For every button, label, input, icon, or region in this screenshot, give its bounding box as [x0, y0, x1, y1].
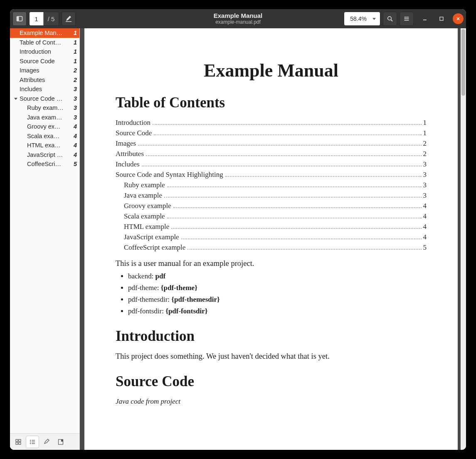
outline-item-label: Source Code …	[20, 95, 72, 102]
toc-entry-label: CoffeeScript example	[124, 243, 185, 252]
toc-entry-page: 4	[423, 223, 427, 231]
toc-entry[interactable]: Source Code1	[116, 129, 427, 137]
outline-item-page: 3	[74, 114, 77, 121]
svg-rect-2	[66, 21, 72, 22]
svg-line-4	[391, 20, 393, 22]
scrollbar[interactable]	[461, 28, 466, 450]
outline-mode-button[interactable]	[26, 436, 39, 448]
svg-rect-1	[17, 17, 19, 21]
toc-dots	[167, 186, 422, 187]
toc-entry-label: JavaScript example	[124, 233, 179, 241]
svg-rect-14	[30, 440, 31, 441]
outline-item-label: Includes	[20, 86, 72, 92]
zoom-dropdown[interactable]: 58.4%	[344, 12, 380, 26]
toc-entry-page: 1	[423, 129, 427, 137]
page-number-box: 1 / 5	[29, 12, 59, 26]
toc-entry-page: 4	[423, 202, 427, 210]
toc-entry[interactable]: CoffeeScript example5	[116, 243, 427, 252]
thumbnails-mode-button[interactable]	[12, 436, 25, 448]
outline-item[interactable]: Example Man…1	[10, 28, 79, 38]
outline-item[interactable]: Scala exa…4	[10, 131, 79, 141]
svg-rect-15	[32, 440, 35, 440]
svg-rect-9	[440, 17, 443, 20]
outline-item[interactable]: Attributes2	[10, 75, 79, 85]
toc-entry-label: Source Code	[116, 129, 152, 137]
toc-entry[interactable]: Scala example4	[116, 212, 427, 221]
outline-item[interactable]: Ruby exam…3	[10, 103, 79, 113]
scrollbar-thumb[interactable]	[461, 29, 465, 96]
page-number-input[interactable]: 1	[30, 12, 44, 25]
toc-entry-page: 1	[423, 119, 427, 127]
toc-dots	[187, 249, 421, 250]
close-button[interactable]	[453, 13, 464, 24]
svg-rect-17	[32, 442, 35, 442]
document-viewport[interactable]: Example Manual Table of Contents Introdu…	[80, 28, 466, 450]
annotate-button[interactable]	[62, 12, 76, 26]
toc-entry-page: 3	[423, 191, 427, 200]
outline-item[interactable]: HTML exa…4	[10, 141, 79, 150]
outline-item[interactable]: Source Code1	[10, 57, 79, 66]
introduction-paragraph: This project does something. We just hav…	[116, 352, 427, 361]
maximize-button[interactable]	[436, 13, 447, 24]
toc-dots	[171, 228, 421, 229]
list-item: pdf-fontsdir: {pdf-fontsdir}	[128, 307, 427, 315]
toc-entry-label: Introduction	[116, 119, 150, 127]
outline-item-page: 1	[74, 58, 77, 65]
outline-item-label: Attributes	[20, 77, 72, 83]
toc-dots	[181, 238, 422, 239]
toc-entry-label: Source Code and Syntax Highlighting	[116, 171, 223, 179]
toc-entry[interactable]: HTML example4	[116, 223, 427, 231]
app-window: 1 / 5 Example Manual example-manual.pdf …	[10, 9, 466, 450]
list-item: pdf-themesdir: {pdf-themesdir}	[128, 295, 427, 304]
bullet-value: {pdf-themesdir}	[171, 295, 220, 303]
bookmarks-mode-button[interactable]	[54, 436, 67, 448]
outline-item[interactable]: Introduction1	[10, 47, 79, 57]
outline-item[interactable]: Groovy ex…4	[10, 122, 79, 131]
toc-entry[interactable]: Introduction1	[116, 119, 427, 127]
outline-item[interactable]: Table of Cont…1	[10, 38, 79, 47]
toc-dots	[142, 166, 422, 166]
outline-item[interactable]: JavaScript …4	[10, 150, 79, 160]
menu-button[interactable]	[400, 12, 414, 26]
svg-point-3	[388, 17, 392, 20]
annotations-mode-button[interactable]	[40, 436, 53, 448]
window-filename: example-manual.pdf	[215, 20, 261, 25]
outline-item[interactable]: CoffeeScri…5	[10, 159, 79, 169]
expand-icon[interactable]	[12, 97, 20, 101]
page-total-label: / 5	[44, 12, 59, 25]
search-button[interactable]	[383, 12, 397, 26]
toc-entry[interactable]: Groovy example4	[116, 202, 427, 210]
outline-item[interactable]: Java exam…3	[10, 113, 79, 122]
intro-paragraph: This is a user manual for an example pro…	[116, 259, 427, 268]
outline-item[interactable]: Images2	[10, 66, 79, 75]
bullet-value: {pdf-fontsdir}	[165, 307, 207, 315]
toc-entry[interactable]: JavaScript example4	[116, 233, 427, 241]
toc-entry-page: 4	[423, 233, 427, 241]
toc-entry-page: 2	[423, 139, 427, 148]
toc-dots	[167, 218, 422, 218]
toc-entry[interactable]: Images2	[116, 139, 427, 148]
toc-entry[interactable]: Java example3	[116, 191, 427, 200]
outline-item-label: Ruby exam…	[27, 104, 72, 111]
svg-rect-6	[404, 18, 409, 19]
outline-item-page: 4	[74, 151, 77, 158]
svg-rect-10	[16, 439, 18, 442]
toc-entry[interactable]: Ruby example3	[116, 181, 427, 189]
toc-entry[interactable]: Attributes2	[116, 150, 427, 158]
source-code-heading: Source Code	[116, 373, 427, 390]
outline-item[interactable]: Source Code …3	[10, 94, 79, 104]
svg-rect-11	[19, 439, 21, 442]
outline-item-label: Scala exa…	[27, 133, 72, 139]
toc-entry[interactable]: Source Code and Syntax Highlighting3	[116, 171, 427, 179]
minimize-button[interactable]	[419, 13, 430, 24]
attributes-list: backend: pdfpdf-theme: {pdf-theme}pdf-th…	[116, 272, 427, 315]
doc-title: Example Manual	[116, 60, 427, 81]
sidebar-mode-switch	[10, 433, 79, 450]
outline-item-page: 4	[74, 133, 77, 139]
bullet-key: pdf-fontsdir:	[128, 307, 165, 315]
outline-item-page: 4	[74, 123, 77, 130]
sidebar-toggle-button[interactable]	[12, 12, 27, 26]
toc-entry[interactable]: Includes3	[116, 160, 427, 169]
svg-rect-16	[30, 442, 31, 442]
outline-item[interactable]: Includes3	[10, 84, 79, 94]
